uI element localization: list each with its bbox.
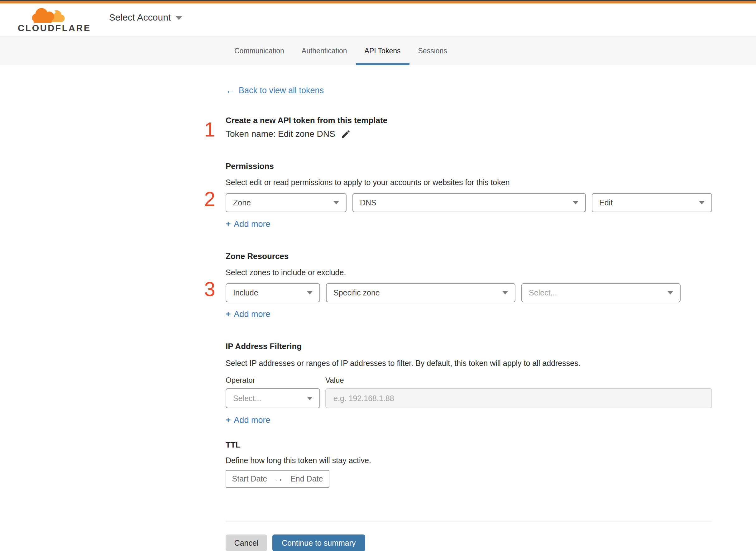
tab-authentication[interactable]: Authentication: [293, 36, 356, 65]
dropdown-caret-icon: [699, 201, 705, 204]
add-more-label: Add more: [234, 416, 270, 425]
dropdown-caret-icon: [502, 291, 508, 295]
section-heading: Permissions: [226, 161, 712, 171]
ttl-date-range-picker[interactable]: Start Date → End Date: [226, 470, 329, 488]
value-label: Value: [325, 376, 344, 385]
end-date-placeholder: End Date: [290, 474, 323, 483]
tab-label: Sessions: [418, 47, 447, 55]
section-description: Select zones to include or exclude.: [226, 268, 712, 277]
permission-resource-select[interactable]: DNS: [352, 193, 586, 212]
edit-pencil-icon[interactable]: [341, 129, 351, 139]
start-date-placeholder: Start Date: [232, 474, 267, 483]
permissions-section: Permissions Select edit or read permissi…: [226, 161, 712, 229]
select-value: Edit: [599, 198, 613, 207]
footer-divider: [226, 521, 712, 521]
token-name-section: 1 Create a new API token from this templ…: [226, 116, 712, 139]
zone-resources-add-more-link[interactable]: + Add more: [226, 309, 270, 319]
step-number-2: 2: [199, 189, 221, 210]
back-to-tokens-link[interactable]: ← Back to view all tokens: [226, 85, 324, 96]
step-number-3: 3: [199, 279, 221, 300]
dropdown-caret-icon: [307, 397, 312, 400]
chevron-down-icon: [175, 16, 182, 20]
brand-accent-bar: [0, 1, 756, 3]
select-value: DNS: [360, 198, 376, 207]
select-placeholder: Select...: [529, 288, 557, 297]
zone-type-select[interactable]: Specific zone: [326, 283, 516, 302]
token-name-text: Token name: Edit zone DNS: [226, 129, 335, 139]
section-description: Select edit or read permissions to apply…: [226, 178, 712, 187]
section-description: Define how long this token will stay act…: [226, 456, 712, 465]
cloudflare-logo[interactable]: CLOUDFLARE: [18, 7, 91, 33]
ip-filtering-add-more-link[interactable]: + Add more: [226, 415, 270, 425]
ip-operator-select[interactable]: Select...: [226, 388, 320, 408]
select-value: Specific zone: [333, 288, 380, 297]
dropdown-caret-icon: [307, 291, 312, 295]
tab-label: Authentication: [302, 47, 347, 55]
tab-api-tokens[interactable]: API Tokens: [356, 36, 410, 65]
arrow-right-icon: →: [274, 474, 283, 484]
continue-to-summary-button[interactable]: Continue to summary: [272, 534, 365, 551]
permission-access-select[interactable]: Edit: [592, 193, 712, 212]
plus-icon: +: [226, 309, 231, 319]
token-template-form: ← Back to view all tokens 1 Create a new…: [226, 65, 712, 551]
plus-icon: +: [226, 219, 231, 229]
section-description: Select IP addresses or ranges of IP addr…: [226, 359, 712, 368]
plus-icon: +: [226, 415, 231, 425]
select-value: Include: [233, 288, 258, 297]
ip-value-input: [325, 388, 712, 408]
permissions-add-more-link[interactable]: + Add more: [226, 219, 270, 229]
back-link-label: Back to view all tokens: [239, 86, 324, 95]
ip-filtering-section: IP Address Filtering Select IP addresses…: [226, 342, 712, 425]
cloudflare-cloud-icon: [31, 7, 66, 23]
tab-navigation: Communication Authentication API Tokens …: [0, 36, 756, 65]
permission-scope-select[interactable]: Zone: [226, 193, 346, 212]
section-heading: Create a new API token from this templat…: [226, 116, 712, 125]
zone-mode-select[interactable]: Include: [226, 283, 320, 302]
app-header: CLOUDFLARE Select Account: [0, 3, 756, 36]
zone-resources-section: Zone Resources Select zones to include o…: [226, 251, 712, 319]
section-heading: TTL: [226, 440, 712, 450]
account-selector-label: Select Account: [109, 12, 171, 23]
tab-communication[interactable]: Communication: [226, 36, 293, 65]
dropdown-caret-icon: [573, 201, 578, 204]
dropdown-caret-icon: [668, 291, 673, 295]
form-actions: Cancel Continue to summary: [226, 534, 712, 551]
operator-label: Operator: [226, 376, 320, 385]
step-number-1: 1: [199, 119, 221, 140]
cancel-button[interactable]: Cancel: [226, 534, 267, 551]
select-placeholder: Select...: [233, 394, 261, 403]
arrow-left-icon: ←: [226, 85, 235, 96]
zone-picker-select[interactable]: Select...: [521, 283, 681, 302]
add-more-label: Add more: [234, 310, 270, 319]
ttl-section: TTL Define how long this token will stay…: [226, 440, 712, 488]
dropdown-caret-icon: [333, 201, 339, 204]
account-selector[interactable]: Select Account: [109, 12, 182, 23]
select-value: Zone: [233, 198, 251, 207]
add-more-label: Add more: [234, 219, 270, 229]
tab-label: API Tokens: [364, 47, 401, 55]
cloudflare-wordmark: CLOUDFLARE: [18, 23, 91, 33]
tab-sessions[interactable]: Sessions: [410, 36, 456, 65]
section-heading: IP Address Filtering: [226, 342, 712, 351]
section-heading: Zone Resources: [226, 251, 712, 261]
tab-label: Communication: [234, 47, 284, 55]
